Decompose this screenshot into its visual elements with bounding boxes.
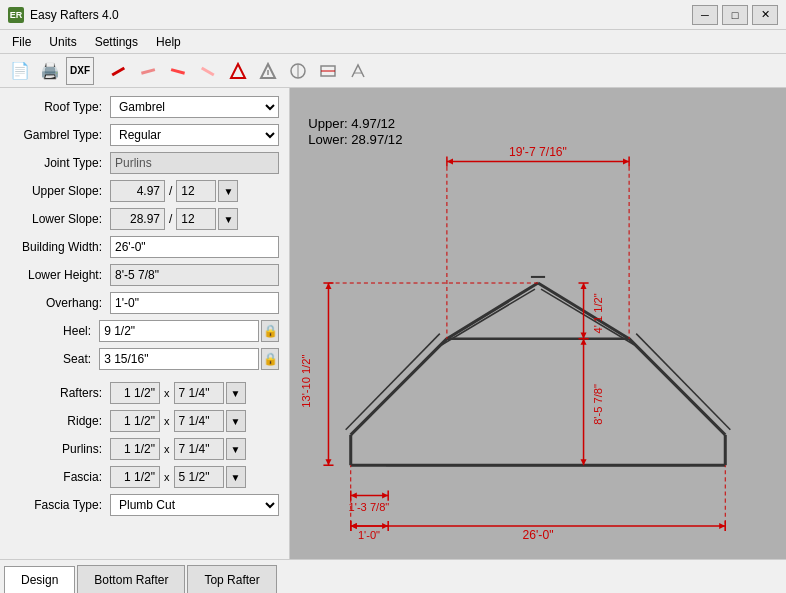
rafters-control: x ▼ [110, 382, 246, 404]
upper-slope-arrow[interactable]: ▼ [218, 180, 238, 202]
gambrel-type-label: Gambrel Type: [10, 128, 110, 142]
building-width-label: Building Width: [10, 240, 110, 254]
toolbar-tool5[interactable] [224, 57, 252, 85]
tab-top-rafter[interactable]: Top Rafter [187, 565, 276, 593]
gambrel-type-select[interactable]: RegularCustom [110, 124, 279, 146]
upper-slope-denom[interactable] [176, 180, 216, 202]
purlins-height-input[interactable] [174, 438, 224, 460]
seat-lock-button[interactable]: 🔒 [261, 348, 279, 370]
toolbar-dxf[interactable]: DXF [66, 57, 94, 85]
joint-type-label: Joint Type: [10, 156, 110, 170]
fascia-dropdown[interactable]: ▼ [226, 466, 246, 488]
lower-label: Lower: 28.97/12 [308, 132, 402, 147]
toolbar-print[interactable]: 🖨️ [36, 57, 64, 85]
toolbar-tool9[interactable] [344, 57, 372, 85]
maximize-button[interactable]: □ [722, 5, 748, 25]
menu-file[interactable]: File [4, 31, 39, 53]
ridge-width-input[interactable] [110, 410, 160, 432]
dim-bottom-offset-text: 1'-3 7/8" [349, 501, 390, 513]
dim-lower-height-text: 8'-5 7/8" [592, 384, 604, 425]
roof-type-select[interactable]: GableHipGambrelShedDutch Gable [110, 96, 279, 118]
minimize-button[interactable]: ─ [692, 5, 718, 25]
svg-marker-42 [325, 459, 331, 465]
svg-line-23 [442, 289, 535, 345]
svg-line-21 [346, 334, 440, 430]
svg-rect-2 [171, 68, 185, 75]
toolbar-tool7[interactable] [284, 57, 312, 85]
lower-slope-row: Lower Slope: / ▼ [10, 208, 279, 230]
tab-design[interactable]: Design [4, 566, 75, 593]
overhang-input[interactable] [110, 292, 279, 314]
toolbar-new[interactable]: 📄 [6, 57, 34, 85]
svg-marker-60 [719, 523, 725, 529]
upper-label: Upper: 4.97/12 [308, 116, 395, 131]
toolbar-tool8[interactable] [314, 57, 342, 85]
lower-slope-denom[interactable] [176, 208, 216, 230]
app-icon: ER [8, 7, 24, 23]
ridge-control: x ▼ [110, 410, 246, 432]
svg-line-22 [636, 334, 730, 430]
fascia-type-select[interactable]: Plumb CutSquare CutNo Fascia [110, 494, 279, 516]
purlins-x: x [162, 443, 172, 455]
building-width-input[interactable] [110, 236, 279, 258]
heel-label: Heel: [10, 324, 99, 338]
svg-marker-41 [325, 283, 331, 289]
tab-bottom-rafter[interactable]: Bottom Rafter [77, 565, 185, 593]
heel-lock-button[interactable]: 🔒 [261, 320, 279, 342]
fascia-type-row: Fascia Type: Plumb CutSquare CutNo Fasci… [10, 494, 279, 516]
lower-slope-slash: / [167, 212, 174, 226]
lower-height-input[interactable] [110, 264, 279, 286]
toolbar-tool3[interactable] [164, 57, 192, 85]
fascia-type-label: Fascia Type: [10, 498, 110, 512]
lower-slope-label: Lower Slope: [10, 212, 110, 226]
fascia-height-input[interactable] [174, 466, 224, 488]
rafters-dropdown[interactable]: ▼ [226, 382, 246, 404]
close-button[interactable]: ✕ [752, 5, 778, 25]
ridge-height-input[interactable] [174, 410, 224, 432]
toolbar-tool2[interactable] [134, 57, 162, 85]
upper-slope-label: Upper Slope: [10, 184, 110, 198]
dim-total-width-text: 26'-0" [523, 528, 554, 542]
overhang-row: Overhang: [10, 292, 279, 314]
joint-type-value: Purlins [110, 152, 279, 174]
toolbar-tool1[interactable] [104, 57, 132, 85]
seat-label: Seat: [10, 352, 99, 366]
menu-help[interactable]: Help [148, 31, 189, 53]
menu-settings[interactable]: Settings [87, 31, 146, 53]
svg-rect-1 [141, 68, 155, 75]
left-panel: Roof Type: GableHipGambrelShedDutch Gabl… [0, 88, 290, 559]
lower-slope-input[interactable] [110, 208, 165, 230]
menu-units[interactable]: Units [41, 31, 84, 53]
svg-marker-36 [581, 283, 587, 289]
main-content: Roof Type: GableHipGambrelShedDutch Gabl… [0, 88, 786, 559]
toolbar-tool4[interactable] [194, 57, 222, 85]
purlins-width-input[interactable] [110, 438, 160, 460]
purlins-dropdown[interactable]: ▼ [226, 438, 246, 460]
app-title: Easy Rafters 4.0 [30, 8, 119, 22]
upper-slope-row: Upper Slope: / ▼ [10, 180, 279, 202]
svg-rect-0 [111, 66, 125, 76]
toolbar: 📄 🖨️ DXF [0, 54, 786, 88]
svg-marker-29 [447, 159, 453, 165]
heel-input[interactable] [99, 320, 259, 342]
purlins-label: Purlins: [10, 442, 110, 456]
roof-type-row: Roof Type: GableHipGambrelShedDutch Gabl… [10, 96, 279, 118]
svg-marker-4 [231, 64, 245, 78]
ridge-row: Ridge: x ▼ [10, 410, 279, 432]
seat-input[interactable] [99, 348, 259, 370]
svg-marker-59 [351, 523, 357, 529]
upper-slope-control: / ▼ [110, 180, 238, 202]
rafters-width-input[interactable] [110, 382, 160, 404]
upper-slope-input[interactable] [110, 180, 165, 202]
fascia-width-input[interactable] [110, 466, 160, 488]
rafters-row: Rafters: x ▼ [10, 382, 279, 404]
title-bar-left: ER Easy Rafters 4.0 [8, 7, 119, 23]
lower-slope-arrow[interactable]: ▼ [218, 208, 238, 230]
svg-marker-49 [351, 493, 357, 499]
toolbar-tool6[interactable] [254, 57, 282, 85]
rafters-height-input[interactable] [174, 382, 224, 404]
seat-row: Seat: 🔒 [10, 348, 279, 370]
dim-upper-height-text: 4' 1 1/2" [592, 293, 604, 333]
ridge-dropdown[interactable]: ▼ [226, 410, 246, 432]
svg-line-17 [447, 283, 538, 339]
